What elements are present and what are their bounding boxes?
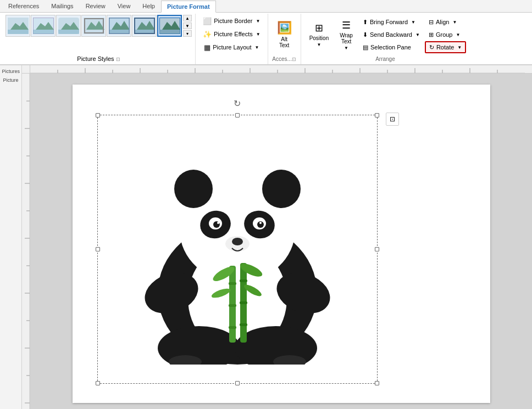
style-thumb-7[interactable] — [157, 15, 182, 37]
group-label-accessibility-expand: Acces...⊡ — [272, 55, 296, 63]
left-panel-picture[interactable]: Picture — [1, 76, 21, 84]
svg-rect-8 — [58, 30, 79, 34]
svg-point-71 — [217, 222, 219, 224]
rotate-chevron: ▼ — [457, 45, 462, 50]
svg-rect-82 — [240, 323, 247, 326]
ribbon: References Mailings Review View Help Pic… — [0, 0, 532, 65]
send-backward-label: Send Backward — [370, 31, 412, 38]
arrange-col: ⬆ Bring Forward ▼ ⬇ Send Backward ▼ ▤ Se… — [359, 16, 424, 53]
group-chevron: ▼ — [456, 32, 460, 37]
scroll-up-btn[interactable]: ▲ — [183, 15, 192, 21]
wrap-text-btn[interactable]: ☰ WrapText ▼ — [335, 15, 358, 54]
rotate-handle[interactable]: ↻ — [233, 99, 242, 108]
align-icon: ⊟ — [429, 19, 434, 26]
position-label: Position — [309, 35, 329, 41]
svg-rect-78 — [229, 304, 236, 307]
selection-pane-icon: ▤ — [363, 44, 368, 51]
style-thumb-6[interactable] — [132, 15, 157, 37]
svg-point-72 — [259, 222, 262, 224]
rotate-btn[interactable]: ↻ Rotate ▼ — [425, 41, 466, 53]
send-backward-icon: ⬇ — [363, 31, 368, 38]
thumb-scroll-controls: ▲ ▼ ▾ — [183, 15, 192, 37]
picture-effects-btn[interactable]: ✨ Picture Effects ▼ — [199, 28, 264, 40]
tab-review[interactable]: Review — [80, 0, 112, 12]
style-thumb-3[interactable] — [56, 15, 81, 37]
picture-layout-btn[interactable]: ▦ Picture Layout ▼ — [200, 41, 263, 53]
rotate-icon: ↻ — [429, 44, 434, 51]
alt-text-label: AltText — [279, 36, 289, 48]
group-accessibility: 🖼️ AltText Acces...⊡ — [268, 14, 301, 64]
svg-rect-5 — [33, 30, 54, 34]
tab-view[interactable]: View — [112, 0, 137, 12]
picture-layout-label: Picture Layout — [213, 44, 251, 51]
svg-rect-81 — [240, 301, 247, 304]
position-chevron: ▼ — [317, 42, 321, 47]
scroll-more-btn[interactable]: ▾ — [183, 30, 192, 37]
selection-box[interactable]: ↻ ⊡ — [97, 115, 378, 384]
tab-bar: References Mailings Review View Help Pic… — [0, 0, 532, 13]
position-btn[interactable]: ⊞ Position ▼ — [304, 15, 334, 54]
svg-point-63 — [174, 170, 213, 208]
ruler-corner — [22, 65, 30, 74]
picture-border-btn[interactable]: ⬜ Picture Border ▼ — [199, 15, 264, 27]
bring-forward-label: Bring Forward — [370, 19, 408, 25]
position-icon: ⊞ — [315, 22, 323, 34]
group-picture-styles: ▲ ▼ ▾ Picture Styles ⊡ — [2, 14, 196, 64]
svg-point-74 — [232, 238, 243, 245]
alt-text-btn[interactable]: 🖼️ AltText — [272, 15, 297, 54]
page: ↻ ⊡ — [73, 85, 490, 403]
group-label: Group — [436, 31, 453, 38]
left-panel-pictures[interactable]: Pictures — [1, 68, 21, 75]
rotate-label: Rotate — [436, 44, 454, 51]
selection-pane-label: Selection Pane — [370, 44, 411, 51]
style-thumb-5[interactable] — [107, 15, 131, 37]
group-btn[interactable]: ⊞ Group ▼ — [425, 29, 466, 41]
picture-styles-label: Picture Styles — [77, 55, 114, 62]
panda-image — [98, 115, 377, 383]
arrange-col-2: ⊟ Align ▼ ⊞ Group ▼ ↻ Rotate ▼ — [425, 16, 466, 53]
selection-pane-btn[interactable]: ▤ Selection Pane — [359, 41, 424, 53]
group-picture-options: ⬜ Picture Border ▼ ✨ Picture Effects ▼ ▦… — [196, 14, 268, 64]
svg-rect-77 — [229, 282, 236, 285]
group-label-placeholder — [231, 55, 232, 63]
doc-area: Pictures Picture — [0, 65, 532, 409]
bring-forward-btn[interactable]: ⬆ Bring Forward ▼ — [359, 16, 424, 28]
wrap-text-chevron: ▼ — [344, 46, 348, 51]
align-label: Align — [436, 19, 449, 25]
tab-references[interactable]: References — [2, 0, 45, 12]
picture-border-icon: ⬜ — [203, 17, 212, 25]
group-label-arrange: Arrange — [303, 56, 468, 62]
doc-body: ↻ ⊡ — [22, 74, 532, 409]
picture-effects-label: Picture Effects — [214, 31, 253, 37]
style-thumbnails — [5, 15, 182, 38]
ribbon-content: ▲ ▼ ▾ Picture Styles ⊡ ⬜ Picture Border … — [0, 13, 532, 65]
alt-text-icon: 🖼️ — [277, 21, 292, 35]
layout-options-icon[interactable]: ⊡ — [386, 113, 399, 126]
group-icon: ⊞ — [429, 31, 434, 38]
horizontal-ruler — [30, 65, 532, 74]
align-btn[interactable]: ⊟ Align ▼ — [425, 16, 466, 28]
scroll-down-btn[interactable]: ▼ — [183, 23, 192, 29]
svg-rect-80 — [240, 279, 247, 282]
vertical-ruler — [22, 74, 30, 409]
picture-effects-icon: ✨ — [203, 30, 212, 38]
picture-layout-chevron: ▼ — [255, 45, 259, 50]
tab-picture-format[interactable]: Picture Format — [161, 1, 216, 13]
picture-styles-expand[interactable]: ⊡ — [116, 57, 120, 62]
bring-forward-icon: ⬆ — [363, 19, 368, 26]
tab-help[interactable]: Help — [136, 0, 161, 12]
align-chevron: ▼ — [452, 20, 457, 25]
style-thumb-2[interactable] — [31, 15, 56, 37]
left-panel: Pictures Picture — [0, 65, 22, 409]
accessibility-expand[interactable]: ⊡ — [292, 57, 296, 62]
style-thumb-4[interactable] — [81, 15, 106, 37]
svg-rect-79 — [229, 326, 236, 329]
thumbs-row-1 — [5, 15, 182, 37]
send-backward-btn[interactable]: ⬇ Send Backward ▼ — [359, 29, 424, 41]
svg-rect-2 — [8, 30, 29, 34]
wrap-text-label: WrapText — [340, 32, 353, 44]
style-thumb-1[interactable] — [5, 15, 30, 37]
tab-mailings[interactable]: Mailings — [45, 0, 79, 12]
svg-point-64 — [262, 170, 301, 208]
send-backward-chevron: ▼ — [415, 32, 420, 37]
